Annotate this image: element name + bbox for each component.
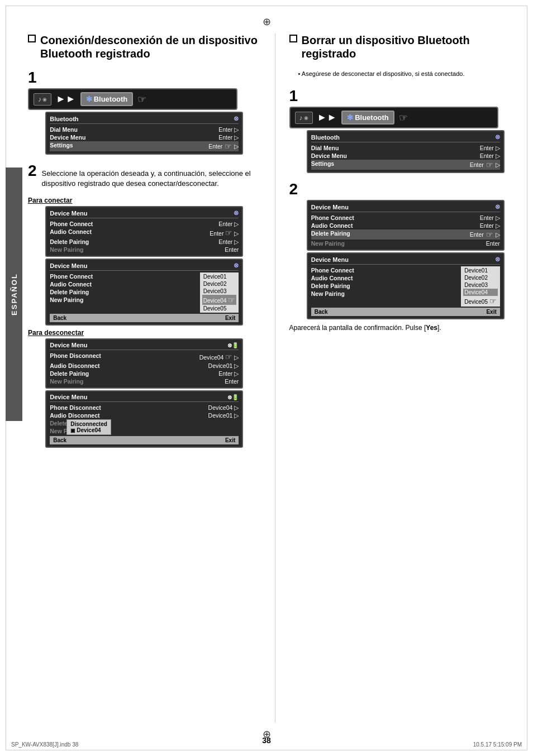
intro-text: Asegúrese de desconectar el dispositivo,… (302, 70, 465, 77)
dm-del2-bt-icon: ⊗ (495, 256, 500, 263)
dm-c1-r4-label: New Pairing (50, 246, 83, 253)
right-step2-label: 2 (289, 180, 522, 198)
left-bt-row-3: Settings Enter ☞ ▷ (50, 141, 239, 151)
right-bt-r2: Device Menu Enter ▷ (311, 152, 500, 160)
left-column: Conexión/desconexión de un dispositivo B… (28, 34, 261, 722)
dm-del1-r1: Phone Connect Enter ▷ (311, 214, 500, 222)
left-section-header: Conexión/desconexión de un dispositivo B… (28, 34, 261, 60)
right-step1: 1 ♪ ◉ ►► ✻ Bluetooth ☞ Bluetooth ⊗ (289, 87, 522, 175)
dm-c2-r4: New Pairing (50, 296, 198, 304)
dm-c1-row3: Delete Pairing Enter ▷ (50, 238, 239, 246)
device-menu-disconnect-1: Device Menu ⊗🔋 Phone Disconnect Device04… (45, 338, 243, 389)
dm-disc2-title-text: Device Menu (50, 394, 87, 400)
dm-connect2-labels: Phone Connect Audio Connect Delete Pairi… (50, 272, 198, 313)
disconnect2-back[interactable]: Back (53, 437, 66, 443)
device-menu-delete-1: Device Menu ⊗ Phone Connect Enter ▷ Audi… (307, 200, 505, 251)
dm-c1-r3-label: Delete Pairing (50, 238, 89, 245)
del-device-04: Device04 (463, 289, 497, 296)
del2-nav: Back Exit (311, 308, 500, 316)
dm-c2-r3: Delete Pairing (50, 288, 198, 296)
reg-mark-top: ⊕ (263, 16, 271, 28)
disconnected-popup: Disconnected ▣ Device04 (66, 419, 111, 435)
left-bt-row2-label: Device Menu (50, 134, 85, 141)
left-step1-number: 1 (28, 69, 37, 87)
left-step2-label: 2 Seleccione la operación deseada y, a c… (28, 162, 261, 193)
bt-label-left: Bluetooth (94, 95, 128, 103)
dm-disc1-title: Device Menu ⊗🔋 (50, 342, 239, 350)
bt-button-left: ✻ Bluetooth (80, 92, 134, 106)
dm-d1-r2: Audio Disconnect Device01 ▷ (50, 362, 239, 370)
bt-symbol-left: ✻ (86, 95, 92, 103)
dm-d2-popup-area: Delete Pa New Pairi Disconnected ▣ Devic… (50, 419, 239, 435)
right-bt-label: Bluetooth (355, 113, 389, 122)
right-music-icon: ♪ (299, 114, 303, 122)
file-info: SP_KW-AVX838[J].indb 38 (11, 741, 78, 748)
right-step2: 2 Device Menu ⊗ Phone Connect Enter ▷ Au… (289, 180, 522, 336)
music-label: ◉ (42, 97, 47, 102)
dm-connect2-content: Phone Connect Audio Connect Delete Pairi… (50, 272, 239, 313)
right-bt-button: ✻ Bluetooth (341, 111, 394, 125)
dm-d1-r4: New Pairing Enter (50, 377, 239, 385)
dm-del2-title: Device Menu ⊗ (311, 256, 500, 265)
left-bt-row2-value: Enter ▷ (218, 134, 239, 141)
dm-disc2-title: Device Menu ⊗🔋 (50, 394, 239, 402)
dm-connect1-bt-icon: ⊗ (234, 209, 239, 217)
dm-c1-r1-label: Phone Connect (50, 221, 93, 227)
dm-connect1-title-text: Device Menu (50, 210, 87, 217)
right-bt-screen-title: Bluetooth ⊗ (311, 133, 500, 142)
dm-del1-title-text: Device Menu (311, 204, 349, 210)
confirmation-text: Aparecerá la pantalla de confirmación. P… (289, 324, 522, 332)
right-music-label: ◉ (304, 115, 308, 121)
left-bt-row1-value: Enter ▷ (218, 126, 239, 133)
dm-c1-r3-val: Enter ▷ (218, 238, 239, 245)
connect2-back[interactable]: Back (53, 315, 66, 321)
left-checkbox-icon (28, 35, 36, 42)
confirmation-text-part1: Aparecerá la pantalla de confirmación. P… (289, 324, 426, 332)
right-bt-screen: Bluetooth ⊗ Dial Menu Enter ▷ Device Men… (307, 130, 505, 173)
dm-disc1-status-icon: ⊗🔋 (227, 342, 239, 348)
left-step2-text: Seleccione la operación deseada y, a con… (42, 169, 261, 189)
dm-connect2-devices: Device01 Device02 Device03 Device04 ☞ De… (200, 272, 239, 313)
dm-c1-r1-val: Enter ▷ (218, 221, 239, 227)
device-menu-disconnect-2: Device Menu ⊗🔋 Phone Disconnect Device04… (45, 390, 243, 448)
device-menu-connect-2: Device Menu ⊗ Phone Connect Audio Connec… (45, 259, 243, 326)
right-section-header: Borrar un dispositivo Bluetooth registra… (289, 34, 522, 60)
right-bt-r3: Settings Enter ☞ ▷ (311, 160, 500, 170)
del2-exit[interactable]: Exit (486, 309, 496, 315)
right-step1-number: 1 (289, 87, 298, 105)
dm-del2-r4: New Pairing (311, 290, 459, 298)
left-bt-screen: Bluetooth ⊗ Dial Menu Enter ▷ Device Men… (45, 112, 243, 155)
connect2-exit[interactable]: Exit (225, 315, 235, 321)
device-item-02: Device02 (202, 280, 236, 288)
connect2-nav: Back Exit (50, 314, 239, 322)
dm-del1-title: Device Menu ⊗ (311, 203, 500, 212)
dm-disc2-status-icon: ⊗🔋 (227, 394, 239, 400)
confirmation-text-end: ]. (437, 324, 441, 332)
right-bt-title-icon: ⊗ (495, 133, 500, 141)
dm-c2-r2: Audio Connect (50, 280, 198, 288)
disconnect2-exit[interactable]: Exit (225, 437, 235, 443)
device-menu-delete-2: Device Menu ⊗ Phone Connect Audio Connec… (307, 252, 505, 319)
right-intro-text: • Asegúrese de desconectar el dispositiv… (298, 70, 522, 78)
dm-c1-r2-val: Enter ☞ ▷ (210, 228, 239, 237)
dm-d2-r2: Audio Disconnect Device01 ▷ (50, 412, 239, 419)
right-bt-symbol: ✻ (347, 113, 353, 122)
sidebar: ESPAÑOL (6, 168, 22, 421)
main-content: Conexión/desconexión de un dispositivo B… (28, 34, 522, 722)
left-step1-label: 1 (28, 69, 261, 87)
left-bt-title-text: Bluetooth (50, 116, 78, 122)
del2-back[interactable]: Back (315, 309, 328, 315)
left-step2-number: 2 (28, 162, 37, 180)
para-desconectar-label: Para desconectar (28, 329, 261, 337)
left-bt-screen-title: Bluetooth ⊗ (50, 115, 239, 124)
left-bt-row3-label: Settings (50, 142, 73, 151)
right-bt-header: ♪ ◉ ►► ✻ Bluetooth ☞ (289, 107, 499, 128)
yes-label: Yes (426, 324, 437, 332)
dm-del2-devices: Device01 Device02 Device03 Device04 Devi… (461, 266, 499, 307)
right-step2-number: 2 (289, 180, 298, 198)
dm-connect2-bt-icon: ⊗ (234, 262, 239, 269)
dm-c1-row1: Phone Connect Enter ▷ (50, 220, 239, 228)
right-step1-label: 1 (289, 87, 522, 105)
music-icon-box: ♪ ◉ (34, 93, 51, 106)
dm-del2-r3: Delete Pairing (311, 282, 459, 290)
